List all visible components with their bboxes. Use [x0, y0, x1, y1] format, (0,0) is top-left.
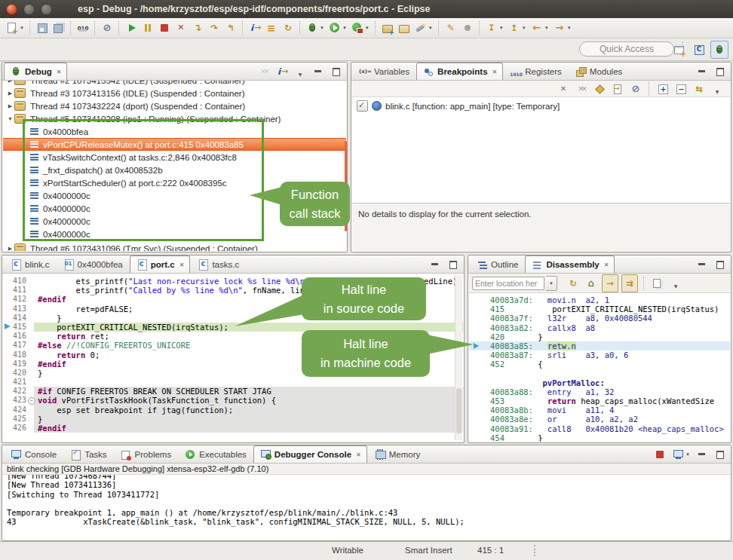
disassembly-line[interactable]: pvPortMalloc:: [469, 378, 730, 387]
breakpoints-tab-breakpoints[interactable]: Breakpoints✕: [416, 63, 503, 80]
fold-marker-icon[interactable]: −: [28, 397, 35, 405]
breakpoint-checkbox[interactable]: [357, 100, 368, 112]
disassembly-home-button[interactable]: [584, 275, 599, 292]
editor-line[interactable]: 414 }: [3, 314, 463, 323]
breakpoints-expand-all-button[interactable]: [655, 81, 670, 97]
location-dropdown-icon[interactable]: ▼: [546, 276, 557, 291]
editor-line[interactable]: 411 ets_printf("Called by %s line %d\n",…: [3, 286, 463, 295]
breakpoint-row[interactable]: blink.c [function: app_main] [type: Temp…: [352, 97, 730, 112]
toolbar-search-button[interactable]: ▼: [413, 20, 434, 36]
toolbar-last-edit-location-button[interactable]: ▼: [484, 20, 505, 36]
dropdown-caret-icon[interactable]: ▼: [567, 26, 572, 30]
toolbar-disconnect-button[interactable]: [173, 20, 189, 36]
disassembly-line[interactable]: 420 }: [469, 332, 730, 341]
console-tab-memory[interactable]: Memory: [368, 445, 427, 463]
toolbar-use-step-filters-button[interactable]: [264, 20, 279, 36]
disassembly-refresh-view-button[interactable]: [566, 275, 581, 292]
toolbar-save-button[interactable]: [35, 20, 50, 36]
disassembly-line[interactable]: 454 }: [469, 433, 730, 442]
breakpoints-view-menu-button[interactable]: [710, 81, 725, 97]
toolbar-step-into-button[interactable]: [190, 20, 205, 36]
open-perspective-button[interactable]: [671, 41, 688, 58]
breakpoints-view-minimize-button[interactable]: [695, 63, 710, 80]
disassembly-open-new-view-button[interactable]: [650, 275, 665, 292]
breakpoints-link-with-debug-view-button[interactable]: [692, 81, 707, 97]
window-close-button[interactable]: [6, 4, 17, 15]
editor-maximize-button[interactable]: [446, 256, 461, 273]
breakpoints-skip-all-breakpoints-button[interactable]: [628, 81, 643, 97]
toolbar-next-annotation-button[interactable]: ▼: [507, 20, 528, 36]
disassembly-line[interactable]: 40083a91: call8 0x40081b20 <heap_caps_ma…: [469, 424, 730, 433]
editor-minimize-button[interactable]: [428, 256, 443, 273]
console-tab-problems[interactable]: Problems: [114, 445, 178, 463]
console-tab-tasks[interactable]: Tasks: [63, 445, 112, 463]
statusbar-drag-handle[interactable]: [534, 545, 535, 556]
disassembly-line[interactable]: 452 {: [469, 360, 730, 369]
expander-icon[interactable]: ▶: [6, 103, 14, 109]
console-tab-console[interactable]: Console: [4, 445, 63, 463]
console-maximize-button[interactable]: [713, 446, 728, 463]
breakpoints-goto-file-for-breakpoint-button[interactable]: [610, 81, 625, 97]
toolbar-mark-occurrences-button[interactable]: [443, 20, 459, 36]
debug-thread-row[interactable]: ▶Thread #3 1073413156 (IDLE) (Suspended …: [3, 87, 346, 99]
breakpoints-show-supported-breakpoints-button[interactable]: [592, 81, 607, 97]
editor-tab-tasks-c[interactable]: tasks.c: [191, 256, 245, 273]
toolbar-step-return-button[interactable]: [223, 20, 238, 36]
dropdown-caret-icon[interactable]: ▼: [522, 26, 526, 30]
editor-line[interactable]: 425}: [3, 415, 463, 424]
editor-tab-port-c[interactable]: port.c✕: [130, 256, 191, 273]
stack-frame-row[interactable]: vTaskSwitchContext() at tasks.c:2,846 0x…: [3, 151, 346, 164]
toolbar-external-tools-button[interactable]: ▼: [350, 20, 371, 36]
window-maximize-button[interactable]: [41, 4, 52, 15]
toolbar-debug-button[interactable]: ▼: [305, 20, 326, 36]
breakpoints-remove-all-breakpoints-button[interactable]: [574, 81, 589, 97]
disassembly-line[interactable]: [469, 369, 730, 378]
debug-tab-debug[interactable]: Debug✕: [4, 63, 67, 80]
console-tab-executables[interactable]: Executables: [178, 445, 253, 463]
disassembly-line[interactable]: 40083a7d: movi.n a2, 1: [469, 295, 730, 304]
editor-tab-blink-c[interactable]: blink.c: [4, 256, 56, 273]
dropdown-caret-icon[interactable]: ▼: [685, 452, 690, 457]
editor-line[interactable]: 415 portEXIT_CRITICAL_NESTED(irqStatus);: [3, 323, 463, 332]
stack-frame-row[interactable]: xPortStartScheduler() at port.c:222 0x40…: [3, 176, 346, 189]
debug-thread-row[interactable]: ▶Thread #2 1073415542 (IDLE) (Suspended …: [3, 81, 346, 87]
disassembly-sync-with-active-debug-context-button[interactable]: [621, 274, 638, 292]
toolbar-new-button[interactable]: ▼: [5, 20, 26, 36]
breakpoints-collapse-all-button[interactable]: [673, 81, 689, 97]
toolbar-new-project-button[interactable]: [380, 20, 395, 36]
debug-call-stack-tree[interactable]: ▶Thread #2 1073415542 (IDLE) (Suspended …: [3, 81, 346, 251]
toolbar-build-binary-button[interactable]: [75, 20, 90, 36]
stack-frame-row[interactable]: 0x4000000c: [3, 202, 346, 215]
breakpoints-tab-registers[interactable]: Registers: [504, 63, 568, 80]
disassembly-line[interactable]: 40083a82: callx8 a8: [469, 323, 730, 332]
dropdown-caret-icon[interactable]: ▼: [499, 26, 504, 30]
toolbar-back-button[interactable]: ▼: [529, 20, 551, 36]
toolbar-skip-all-breakpoints-button[interactable]: [100, 20, 115, 36]
expander-icon[interactable]: ▶: [6, 90, 14, 96]
disassembly-track-expression-button[interactable]: [602, 274, 618, 292]
debug-thread-row[interactable]: ▶Thread #6 1073431096 (Tmr Svc) (Suspend…: [3, 242, 346, 251]
expander-icon[interactable]: ▼: [6, 116, 14, 121]
breakpoints-tab-modules[interactable]: Modules: [569, 63, 628, 80]
stack-frame-row[interactable]: 0x4000000c: [3, 215, 346, 228]
stack-frame-row[interactable]: 0x4000bfea: [3, 125, 346, 138]
disassembly-listing[interactable]: 40083a7d: movi.n a2, 1415 portEXIT_CRITI…: [469, 293, 730, 442]
toolbar-terminate-button[interactable]: [157, 20, 172, 36]
expander-icon[interactable]: ▶: [6, 81, 14, 84]
dropdown-caret-icon[interactable]: ▼: [342, 26, 347, 30]
editor-line[interactable]: 416 return ret;: [3, 332, 463, 341]
tab-close-icon[interactable]: ✕: [604, 262, 609, 268]
dropdown-caret-icon[interactable]: ▼: [428, 26, 433, 30]
editor-scrollbar[interactable]: [455, 275, 462, 440]
toolbar-step-over-button[interactable]: [207, 20, 222, 36]
debug-view-maximize-button[interactable]: [329, 63, 344, 80]
editor-line[interactable]: 423void vPortFirstTaskHook(TaskFunction_…: [3, 396, 463, 405]
console-output[interactable]: [New Thread 1073468744][New Thread 10734…: [3, 475, 730, 540]
editor-line[interactable]: 410 ets_printf("Last non-recursive lock …: [3, 277, 463, 286]
editor-line[interactable]: 412#endif: [3, 295, 463, 304]
toolbar-restart-button[interactable]: [281, 20, 296, 36]
disassembly-minimize-button[interactable]: [695, 256, 710, 273]
console-display-selected-console-button[interactable]: ▼: [670, 446, 692, 463]
debug-perspective-button[interactable]: [710, 41, 728, 59]
disassembly-line[interactable]: 40083a87: srli a3, a0, 6: [469, 350, 730, 360]
